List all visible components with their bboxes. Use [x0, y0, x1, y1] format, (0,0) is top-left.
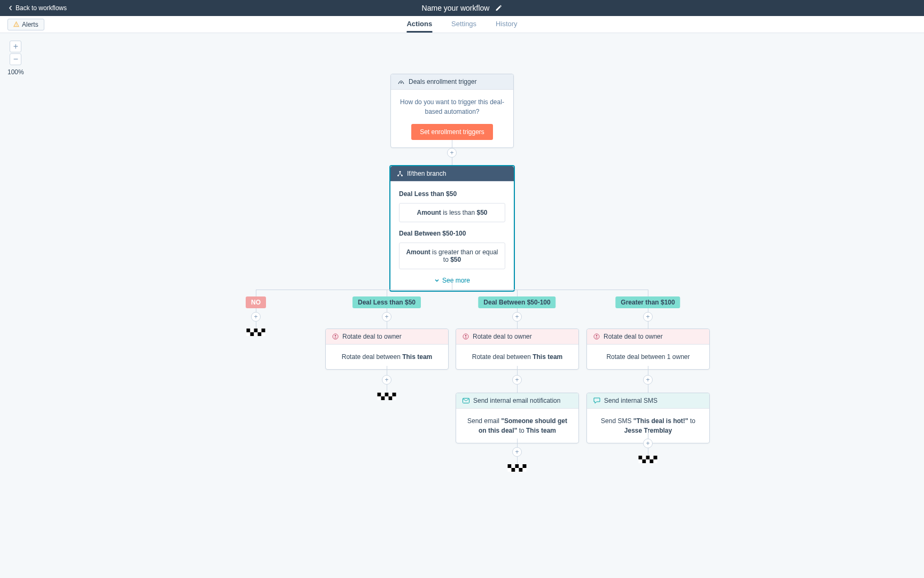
back-label: Back to workflows [15, 4, 67, 12]
tab-history[interactable]: History [496, 16, 517, 33]
tabs-nav: Actions Settings History [406, 16, 517, 33]
back-to-workflows-link[interactable]: Back to workflows [8, 4, 67, 12]
workflow-title-wrap: Name your workflow [422, 4, 503, 12]
top-bar: Back to workflows Name your workflow [0, 0, 924, 16]
svg-point-0 [16, 25, 17, 26]
warning-icon [13, 21, 19, 27]
svg-rect-1 [16, 24, 17, 25]
tab-settings[interactable]: Settings [451, 16, 476, 33]
pencil-icon[interactable] [495, 4, 502, 12]
chevron-left-icon [8, 5, 13, 11]
alerts-label: Alerts [22, 21, 38, 28]
tab-actions[interactable]: Actions [406, 16, 432, 33]
workflow-title: Name your workflow [422, 4, 490, 12]
alerts-button[interactable]: Alerts [7, 19, 44, 30]
tab-bar: Alerts Actions Settings History [0, 16, 924, 33]
